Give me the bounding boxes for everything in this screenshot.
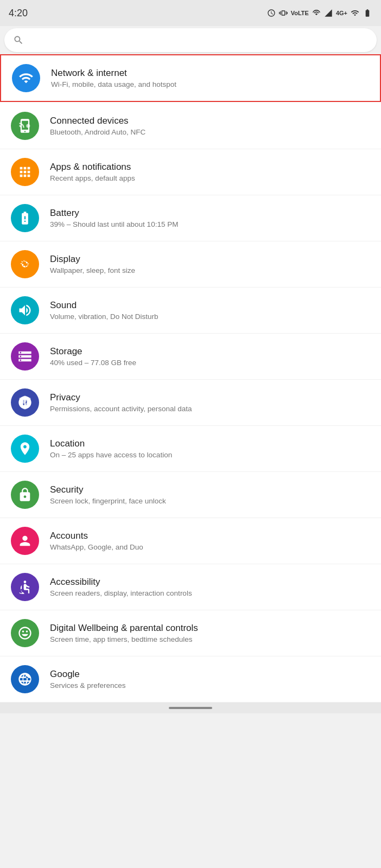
connected-icon xyxy=(11,112,39,140)
google-title: Google xyxy=(50,669,370,680)
google-icon xyxy=(11,665,39,693)
hotspot-icon xyxy=(312,9,321,17)
security-icon xyxy=(11,481,39,509)
battery-title: Battery xyxy=(50,208,370,219)
nav-indicator xyxy=(169,707,212,709)
apps-title: Apps & notifications xyxy=(50,162,370,173)
alarm-icon xyxy=(267,9,276,17)
wellbeing-subtitle: Screen time, app timers, bedtime schedul… xyxy=(50,635,370,643)
storage-subtitle: 40% used – 77.08 GB free xyxy=(50,359,370,367)
accessibility-icon xyxy=(11,573,39,601)
privacy-text: PrivacyPermissions, account activity, pe… xyxy=(50,392,370,413)
svg-point-0 xyxy=(26,124,30,128)
apps-text: Apps & notificationsRecent apps, default… xyxy=(50,162,370,182)
privacy-title: Privacy xyxy=(50,392,370,403)
storage-icon xyxy=(11,342,39,371)
connected-title: Connected devices xyxy=(50,116,370,126)
settings-item-privacy[interactable]: PrivacyPermissions, account activity, pe… xyxy=(0,380,381,426)
settings-item-accessibility[interactable]: AccessibilityScreen readers, display, in… xyxy=(0,564,381,610)
settings-item-security[interactable]: SecurityScreen lock, fingerprint, face u… xyxy=(0,472,381,518)
network-subtitle: Wi-Fi, mobile, data usage, and hotspot xyxy=(51,80,369,88)
sound-icon xyxy=(11,296,39,324)
status-time: 4:20 xyxy=(9,8,28,19)
volte-icon: VoLTE xyxy=(291,10,309,16)
settings-item-accounts[interactable]: AccountsWhatsApp, Google, and Duo xyxy=(0,518,381,564)
sound-text: SoundVolume, vibration, Do Not Disturb xyxy=(50,300,370,321)
accessibility-subtitle: Screen readers, display, interaction con… xyxy=(50,589,370,597)
battery-icon xyxy=(363,9,372,17)
sound-title: Sound xyxy=(50,300,370,311)
google-text: GoogleServices & preferences xyxy=(50,669,370,690)
accessibility-text: AccessibilityScreen readers, display, in… xyxy=(50,577,370,597)
storage-title: Storage xyxy=(50,346,370,357)
status-bar: 4:20 VoLTE 4G+ xyxy=(0,0,381,26)
settings-item-location[interactable]: LocationOn – 25 apps have access to loca… xyxy=(0,426,381,472)
location-text: LocationOn – 25 apps have access to loca… xyxy=(50,438,370,459)
network-icon xyxy=(12,64,40,92)
svg-point-2 xyxy=(24,580,27,583)
status-icons: VoLTE 4G+ xyxy=(267,9,372,17)
display-text: DisplayWallpaper, sleep, font size xyxy=(50,254,370,275)
display-subtitle: Wallpaper, sleep, font size xyxy=(50,266,370,275)
network-text: Network & internetWi-Fi, mobile, data us… xyxy=(51,68,369,88)
accounts-text: AccountsWhatsApp, Google, and Duo xyxy=(50,531,370,551)
google-subtitle: Services & preferences xyxy=(50,681,370,690)
security-subtitle: Screen lock, fingerprint, face unlock xyxy=(50,497,370,505)
settings-item-google[interactable]: GoogleServices & preferences xyxy=(0,656,381,703)
settings-item-sound[interactable]: SoundVolume, vibration, Do Not Disturb xyxy=(0,288,381,334)
apps-subtitle: Recent apps, default apps xyxy=(50,174,370,182)
storage-text: Storage40% used – 77.08 GB free xyxy=(50,346,370,367)
settings-item-storage[interactable]: Storage40% used – 77.08 GB free xyxy=(0,334,381,380)
privacy-subtitle: Permissions, account activity, personal … xyxy=(50,405,370,413)
location-subtitle: On – 25 apps have access to location xyxy=(50,451,370,459)
accounts-icon xyxy=(11,527,39,555)
apps-icon xyxy=(11,158,39,186)
settings-item-wellbeing[interactable]: Digital Wellbeing & parental controlsScr… xyxy=(0,610,381,656)
signal-icon xyxy=(324,9,333,17)
wellbeing-icon xyxy=(11,619,39,647)
location-icon xyxy=(11,435,39,463)
security-title: Security xyxy=(50,484,370,495)
vibrate-icon xyxy=(279,9,288,17)
nav-bar xyxy=(0,703,381,713)
settings-item-display[interactable]: DisplayWallpaper, sleep, font size xyxy=(0,241,381,288)
settings-item-network[interactable]: Network & internetWi-Fi, mobile, data us… xyxy=(0,54,381,102)
accessibility-title: Accessibility xyxy=(50,577,370,588)
4g-plus-icon: 4G+ xyxy=(336,10,347,16)
accounts-title: Accounts xyxy=(50,531,370,541)
search-icon xyxy=(13,35,24,46)
search-bar[interactable] xyxy=(4,28,377,52)
connected-subtitle: Bluetooth, Android Auto, NFC xyxy=(50,128,370,136)
battery-subtitle: 39% – Should last until about 10:15 PM xyxy=(50,220,370,228)
privacy-icon xyxy=(11,388,39,417)
settings-item-battery[interactable]: Battery39% – Should last until about 10:… xyxy=(0,195,381,241)
connected-text: Connected devicesBluetooth, Android Auto… xyxy=(50,116,370,136)
battery-text: Battery39% – Should last until about 10:… xyxy=(50,208,370,228)
signal-bars-icon xyxy=(351,9,359,17)
settings-item-connected[interactable]: Connected devicesBluetooth, Android Auto… xyxy=(0,103,381,149)
security-text: SecurityScreen lock, fingerprint, face u… xyxy=(50,484,370,505)
location-title: Location xyxy=(50,438,370,449)
wellbeing-title: Digital Wellbeing & parental controls xyxy=(50,623,370,634)
network-title: Network & internet xyxy=(51,68,369,79)
accounts-subtitle: WhatsApp, Google, and Duo xyxy=(50,543,370,551)
battery-icon xyxy=(11,204,39,232)
settings-list: Network & internetWi-Fi, mobile, data us… xyxy=(0,54,381,703)
sound-subtitle: Volume, vibration, Do Not Disturb xyxy=(50,312,370,321)
settings-item-apps[interactable]: Apps & notificationsRecent apps, default… xyxy=(0,149,381,195)
display-title: Display xyxy=(50,254,370,265)
wellbeing-text: Digital Wellbeing & parental controlsScr… xyxy=(50,623,370,643)
display-icon xyxy=(11,250,39,278)
